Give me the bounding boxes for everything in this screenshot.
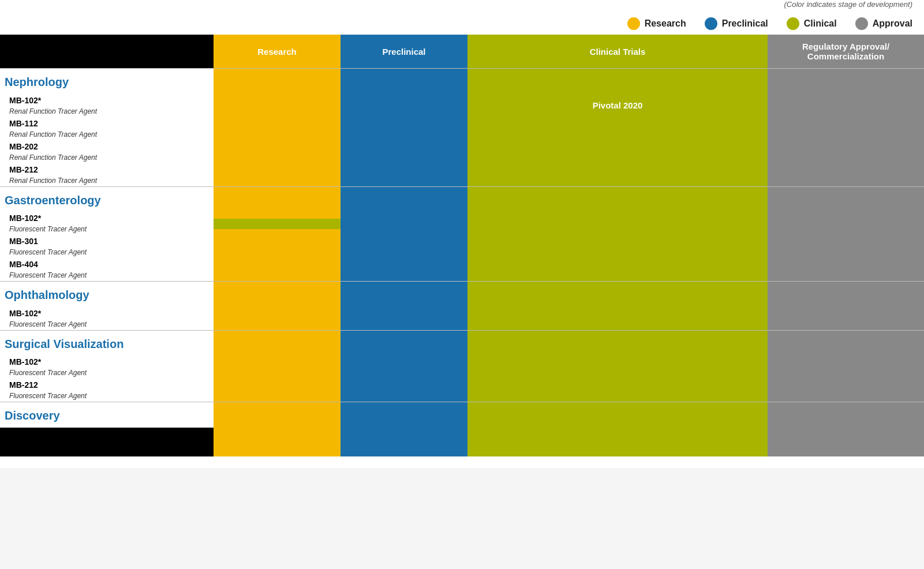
research-cell-nephrology-2	[214, 140, 341, 163]
page-container: (Color indicates stage of development) R…	[0, 0, 924, 468]
preclinical-cell-gastroenterology-1	[341, 235, 467, 258]
color-note: (Color indicates stage of development)	[784, 0, 912, 9]
drug-desc: Fluorescent Tracer Agent	[9, 392, 87, 400]
drug-name-cell-surgical-0: MB-102*Fluorescent Tracer Agent	[0, 355, 214, 379]
preclinical-cell-nephrology-1	[341, 117, 467, 140]
section-row-nephrology: Nephrology	[0, 69, 924, 94]
clinical-cell-nephrology-1	[467, 117, 768, 140]
legend-item-approval: Approval	[855, 17, 912, 30]
drug-desc: Renal Function Tracer Agent	[9, 154, 97, 162]
research-dot	[627, 17, 640, 30]
clinical-cell-nephrology-0: Pivotal 2020	[467, 94, 768, 117]
drug-name-cell-ophthalmology-0: MB-102*Fluorescent Tracer Agent	[0, 307, 214, 331]
header-row: Research Preclinical Clinical Trials Reg…	[0, 35, 924, 69]
research-cell-gastroenterology-2	[214, 258, 341, 282]
drug-desc: Renal Function Tracer Agent	[9, 107, 97, 115]
research-cell-surgical-1	[214, 379, 341, 402]
approval-cell-gastroenterology-0	[768, 212, 924, 235]
pipeline-table: Research Preclinical Clinical Trials Reg…	[0, 35, 924, 428]
bottom-approval-bar	[768, 428, 924, 456]
research-cell-gastroenterology-1	[214, 235, 341, 258]
drug-name: MB-112	[9, 119, 38, 128]
research-cell-nephrology-0	[214, 94, 341, 117]
section-row-discovery: Discovery	[0, 402, 924, 428]
legend-label-clinical: Clinical	[804, 18, 837, 29]
preclinical-dot	[705, 17, 717, 30]
section-title-discovery: Discovery	[0, 402, 214, 428]
section-row-gastroenterology: Gastroenterology	[0, 186, 924, 212]
drug-row-nephrology-0: MB-102*Renal Function Tracer AgentPivota…	[0, 94, 924, 117]
drug-name: MB-202	[9, 142, 38, 151]
section-title-nephrology: Nephrology	[0, 69, 214, 94]
clinical-cell-ophthalmology-0	[467, 307, 768, 331]
section-title-ophthalmology: Ophthalmology	[0, 282, 214, 307]
bottom-clinical-bar	[467, 428, 768, 456]
header-name-cell	[0, 35, 214, 69]
clinical-cell-nephrology-3	[467, 163, 768, 187]
research-cell-nephrology-1	[214, 117, 341, 140]
approval-cell-nephrology-1	[768, 117, 924, 140]
legend-area: (Color indicates stage of development) R…	[0, 0, 924, 32]
approval-dot	[855, 17, 868, 30]
preclinical-cell-gastroenterology-0	[341, 212, 467, 235]
clinical-cell-gastroenterology-0	[467, 212, 768, 235]
approval-cell-nephrology-2	[768, 140, 924, 163]
drug-name: MB-102*	[9, 96, 41, 105]
header-preclinical-cell: Preclinical	[341, 35, 467, 69]
drug-name-cell-gastroenterology-1: MB-301Fluorescent Tracer Agent	[0, 235, 214, 258]
legend-label-research: Research	[645, 18, 686, 29]
legend-item-clinical: Clinical	[787, 17, 837, 30]
approval-cell-nephrology-3	[768, 163, 924, 187]
section-title-surgical: Surgical Visualization	[0, 330, 214, 355]
header-approval-cell: Regulatory Approval/ Commercialization	[768, 35, 924, 69]
approval-cell-surgical-0	[768, 355, 924, 379]
bottom-research-bar	[214, 428, 341, 456]
drug-name-cell-nephrology-2: MB-202Renal Function Tracer Agent	[0, 140, 214, 163]
approval-cell-gastroenterology-1	[768, 235, 924, 258]
bottom-area	[0, 428, 924, 456]
drug-name-cell-nephrology-1: MB-112Renal Function Tracer Agent	[0, 117, 214, 140]
drug-name: MB-212	[9, 165, 38, 174]
header-clinical-cell: Clinical Trials	[467, 35, 768, 69]
drug-name-cell-gastroenterology-2: MB-404Fluorescent Tracer Agent	[0, 258, 214, 282]
legend-item-preclinical: Preclinical	[705, 17, 768, 30]
drug-name-cell-nephrology-3: MB-212Renal Function Tracer Agent	[0, 163, 214, 187]
drug-name: MB-102*	[9, 214, 41, 223]
clinical-cell-gastroenterology-2	[467, 258, 768, 282]
preclinical-cell-nephrology-2	[341, 140, 467, 163]
legend-label-approval: Approval	[873, 18, 912, 29]
clinical-dot	[787, 17, 799, 30]
drug-row-ophthalmology-0: MB-102*Fluorescent Tracer Agent	[0, 307, 924, 331]
drug-desc: Fluorescent Tracer Agent	[9, 320, 87, 328]
drug-name: MB-404	[9, 260, 38, 269]
legend-label-preclinical: Preclinical	[722, 18, 768, 29]
drug-name: MB-301	[9, 237, 38, 246]
drug-row-surgical-0: MB-102*Fluorescent Tracer Agent	[0, 355, 924, 379]
drug-name-cell-gastroenterology-0: MB-102*Fluorescent Tracer Agent	[0, 212, 214, 235]
drug-name: MB-102*	[9, 357, 41, 366]
drug-row-nephrology-3: MB-212Renal Function Tracer Agent	[0, 163, 924, 187]
preclinical-cell-ophthalmology-0	[341, 307, 467, 331]
research-cell-nephrology-3	[214, 163, 341, 187]
header-research-cell: Research	[214, 35, 341, 69]
approval-cell-surgical-1	[768, 379, 924, 402]
clinical-cell-surgical-0	[467, 355, 768, 379]
drug-row-gastroenterology-1: MB-301Fluorescent Tracer Agent	[0, 235, 924, 258]
preclinical-cell-nephrology-3	[341, 163, 467, 187]
drug-name: MB-212	[9, 380, 38, 390]
clinical-cell-surgical-1	[467, 379, 768, 402]
section-row-ophthalmology: Ophthalmology	[0, 282, 924, 307]
clinical-cell-nephrology-2	[467, 140, 768, 163]
bottom-black-bar	[0, 428, 214, 456]
drug-row-surgical-1: MB-212Fluorescent Tracer Agent	[0, 379, 924, 402]
drug-desc: Fluorescent Tracer Agent	[9, 369, 87, 377]
research-cell-ophthalmology-0	[214, 307, 341, 331]
drug-row-nephrology-2: MB-202Renal Function Tracer Agent	[0, 140, 924, 163]
clinical-cell-gastroenterology-1	[467, 235, 768, 258]
preclinical-cell-surgical-1	[341, 379, 467, 402]
approval-cell-ophthalmology-0	[768, 307, 924, 331]
drug-row-gastroenterology-2: MB-404Fluorescent Tracer Agent	[0, 258, 924, 282]
legend-item-research: Research	[627, 17, 686, 30]
drug-desc: Fluorescent Tracer Agent	[9, 271, 87, 279]
research-cell-gastroenterology-0	[214, 212, 341, 235]
